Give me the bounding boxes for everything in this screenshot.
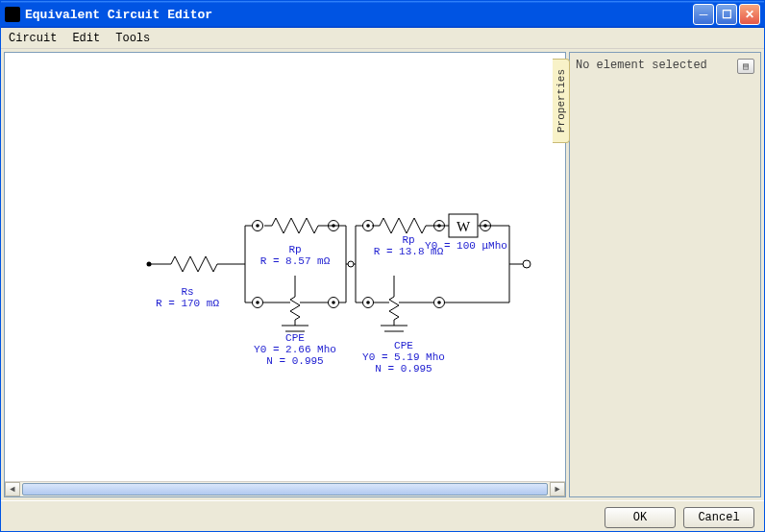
menu-tools[interactable]: Tools [115, 32, 150, 45]
button-bar: OK Cancel [1, 500, 764, 532]
menu-edit[interactable]: Edit [72, 32, 100, 45]
parallel-block-2[interactable]: W Rp R = 13.8 mΩ Y0 = 100 μMho CPE Y0 = … [356, 214, 509, 375]
minimize-button[interactable]: ─ [693, 4, 714, 25]
resistor-rp-2[interactable] [372, 218, 433, 233]
cpe2-p1: Y0 = 5.19 Mho [362, 351, 445, 363]
app-icon [5, 7, 20, 22]
client-area: Rs R = 170 mΩ Rp R = 8.57 mΩ [1, 49, 764, 500]
rp2-name: Rp [402, 234, 414, 246]
titlebar: Equivalent Circuit Editor ─ ☐ ✕ [1, 1, 764, 28]
window-buttons: ─ ☐ ✕ [693, 4, 760, 25]
properties-message: No element selected [576, 59, 754, 72]
panel-options-icon[interactable]: ▤ [737, 59, 754, 74]
cpe-2[interactable] [381, 291, 407, 331]
cpe2-name: CPE [394, 340, 413, 351]
horizontal-scrollbar[interactable]: ◄ ► [5, 481, 565, 496]
menu-circuit[interactable]: Circuit [9, 32, 57, 45]
resistor-rp-1[interactable] [264, 218, 326, 233]
ok-button[interactable]: OK [605, 507, 676, 528]
cpe1-name: CPE [285, 332, 305, 344]
rp1-name: Rp [288, 244, 301, 255]
end-terminal[interactable] [523, 260, 531, 268]
cancel-button[interactable]: Cancel [683, 507, 754, 528]
rp1-param: R = 8.57 mΩ [260, 255, 331, 267]
menubar: Circuit Edit Tools [1, 28, 764, 49]
warburg-label: W [457, 219, 471, 234]
scroll-thumb[interactable] [22, 483, 548, 496]
parallel-block-1[interactable]: Rp R = 8.57 mΩ CPE Y0 = 2.66 Mho N = 0.9… [245, 218, 346, 367]
circuit-canvas[interactable]: Rs R = 170 mΩ Rp R = 8.57 mΩ [4, 52, 566, 497]
rs-name: Rs [181, 286, 193, 298]
maximize-button[interactable]: ☐ [716, 4, 737, 25]
cpe-1[interactable] [282, 291, 308, 331]
properties-panel: Properties ▤ No element selected [569, 52, 761, 497]
warburg-param: Y0 = 100 μMho [425, 240, 507, 252]
scroll-left-button[interactable]: ◄ [5, 482, 20, 496]
cpe1-p2: N = 0.995 [266, 355, 323, 367]
rs-param: R = 170 mΩ [156, 298, 219, 309]
cpe2-p2: N = 0.995 [375, 363, 432, 375]
properties-tab[interactable]: Properties [553, 59, 570, 143]
cpe1-p1: Y0 = 2.66 Mho [254, 344, 336, 355]
svg-point-14 [348, 261, 354, 267]
resistor-rs[interactable] [163, 256, 225, 272]
scroll-right-button[interactable]: ► [550, 482, 565, 496]
scroll-track[interactable] [20, 482, 550, 496]
window-title: Equivalent Circuit Editor [25, 8, 693, 22]
close-button[interactable]: ✕ [739, 4, 760, 25]
